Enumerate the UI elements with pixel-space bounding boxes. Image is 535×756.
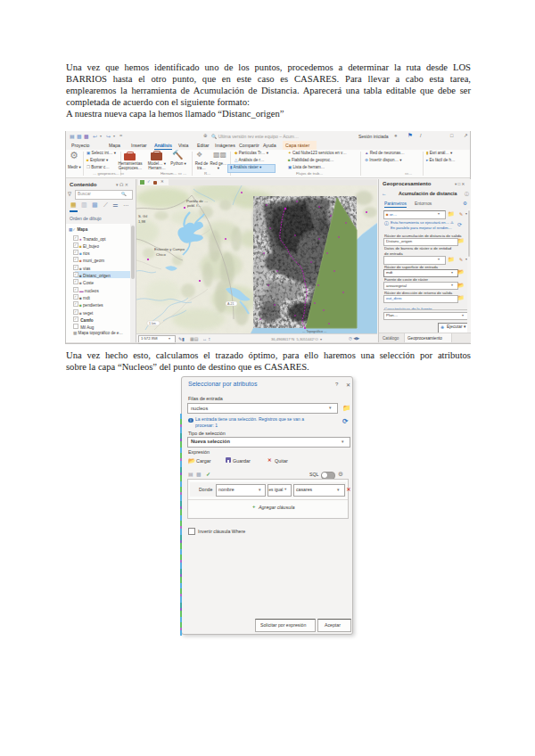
svg-text:S. Gil: S. Gil	[138, 214, 147, 218]
svg-text:Chico: Chico	[156, 252, 166, 257]
svg-text:1 km: 1 km	[149, 322, 156, 325]
svg-text:A-21: A-21	[227, 302, 235, 306]
svg-text:Estación y Campo: Estación y Campo	[154, 247, 185, 251]
svg-text:1,98: 1,98	[138, 219, 146, 224]
svg-text:… Topográfico …: … Topográfico …	[302, 330, 327, 333]
svg-text:pobl. f…: pobl. f…	[187, 203, 202, 208]
